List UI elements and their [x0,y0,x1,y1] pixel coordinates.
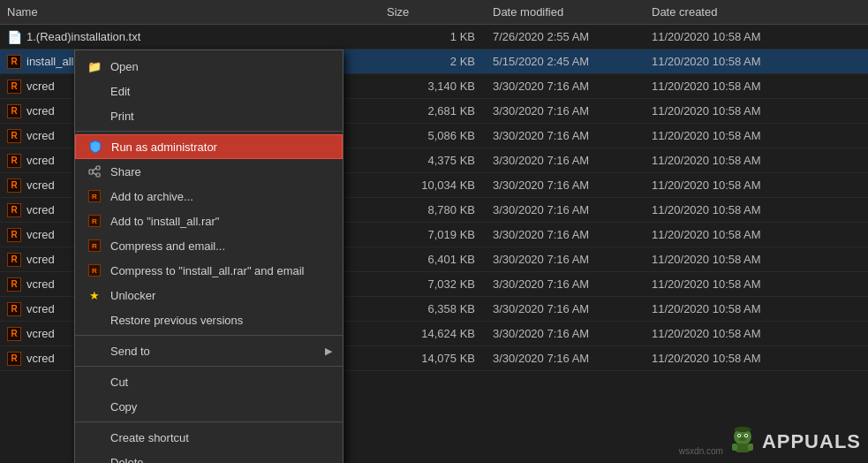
rar-menu-icon: R [88,264,101,277]
file-modified: 3/30/2020 7:16 AM [493,253,652,266]
file-size: 6,358 KB [387,302,493,315]
menu-item-unlocker[interactable]: ★ Unlocker [75,283,343,307]
menu-icon [86,311,103,329]
menu-icon [86,107,103,125]
menu-icon: R [86,237,103,254]
col-header-created[interactable]: Date created [652,5,828,19]
menu-icon [86,373,103,391]
col-header-name[interactable]: Name [7,5,387,19]
rar-icon: R [7,104,21,118]
file-modified: 3/30/2020 7:16 AM [493,352,652,365]
rar-icon: R [7,352,21,366]
menu-label: Delete [110,456,332,464]
table-header: Name Size Date modified Date created [0,0,868,25]
menu-item-add-to-install[interactable]: R Add to "install_all.rar" [75,209,343,233]
menu-item-compress-email[interactable]: R Compress and email... [75,233,343,258]
menu-item-print[interactable]: Print [75,103,343,128]
menu-icon: ★ [86,286,103,304]
table-row[interactable]: 📄 1.(Read)installation.txt 1 KB 7/26/202… [0,25,868,49]
menu-item-edit[interactable]: Edit [75,79,343,103]
menu-item-delete[interactable]: Delete [75,450,343,463]
file-modified: 3/30/2020 7:16 AM [493,154,652,167]
file-name: 📄 1.(Read)installation.txt [7,30,387,44]
svg-point-10 [739,437,746,441]
svg-rect-0 [89,170,93,174]
menu-item-restore[interactable]: Restore previous versions [75,307,343,332]
svg-rect-1 [96,166,100,170]
menu-item-copy[interactable]: Copy [75,394,343,419]
svg-rect-13 [748,444,753,451]
menu-item-share[interactable]: Share [75,159,343,184]
menu-separator [75,366,343,367]
file-created: 11/20/2020 10:58 AM [652,228,828,241]
menu-item-create-shortcut[interactable]: Create shortcut [75,425,343,450]
file-size: 1 KB [387,30,493,43]
menu-icon [86,453,103,463]
file-created: 11/20/2020 10:58 AM [652,154,828,167]
submenu-arrow: ▶ [325,345,332,357]
rar-icon: R [7,129,21,143]
file-created: 11/20/2020 10:58 AM [652,129,828,142]
file-size: 7,032 KB [387,277,493,291]
menu-item-open[interactable]: 📁 Open [75,54,343,79]
menu-label: Copy [110,400,332,414]
svg-rect-15 [737,427,748,430]
file-modified: 3/30/2020 7:16 AM [493,80,652,93]
svg-rect-2 [96,173,100,177]
share-icon [88,165,101,178]
context-menu: 📁 Open Edit Print Run as administrator S… [74,49,343,463]
file-size: 14,624 KB [387,327,493,340]
menu-icon: 📁 [86,57,103,75]
menu-icon [86,398,103,415]
rar-icon: R [7,253,21,267]
file-modified: 3/30/2020 7:16 AM [493,228,652,241]
menu-label: Print [110,110,332,123]
folder-icon: 📁 [87,60,102,73]
menu-separator [75,421,343,422]
watermark-subtext: wsxdn.com [679,446,723,456]
file-size: 2,681 KB [387,104,493,118]
file-modified: 3/30/2020 7:16 AM [493,129,652,142]
svg-point-9 [745,435,747,436]
file-created: 11/20/2020 10:58 AM [652,178,828,192]
txt-icon: 📄 [7,30,21,44]
menu-separator [75,335,343,336]
menu-label: Send to [110,345,318,358]
menu-label: Run as administrator [111,140,331,154]
svg-line-4 [93,172,96,175]
file-size: 6,401 KB [387,253,493,266]
menu-item-add-to-archive[interactable]: R Add to archive... [75,184,343,209]
menu-icon [86,82,103,100]
menu-icon: R [86,187,103,205]
menu-item-run-as-admin[interactable]: Run as administrator [75,134,343,159]
menu-label: Cut [110,376,332,389]
menu-icon [86,429,103,446]
menu-label: Restore previous versions [110,314,332,327]
menu-item-cut[interactable]: Cut [75,369,343,394]
file-size: 7,019 KB [387,228,493,241]
svg-line-3 [93,168,96,171]
menu-label: Open [110,60,332,73]
col-header-size[interactable]: Size [387,5,493,19]
file-created: 11/20/2020 10:58 AM [652,352,828,365]
rar-menu-icon: R [88,190,101,202]
menu-icon [86,342,103,360]
file-modified: 3/30/2020 7:16 AM [493,178,652,192]
file-size: 2 KB [387,55,493,68]
menu-item-compress-to-email[interactable]: R Compress to "install_all.rar" and emai… [75,258,343,283]
menu-label: Share [110,165,332,178]
rar-icon: R [7,327,21,341]
menu-icon: R [86,262,103,279]
file-modified: 3/30/2020 7:16 AM [493,302,652,315]
menu-label: Add to archive... [110,190,332,203]
file-created: 11/20/2020 10:58 AM [652,327,828,340]
file-created: 11/20/2020 10:58 AM [652,55,828,68]
logo-text: APPUALS [762,430,861,453]
logo-character-icon [727,426,759,458]
menu-label: Unlocker [110,289,332,302]
file-created: 11/20/2020 10:58 AM [652,80,828,93]
watermark: wsxdn.com APPUALS [679,426,861,458]
file-modified: 3/30/2020 7:16 AM [493,203,652,216]
menu-item-send-to[interactable]: Send to ▶ [75,338,343,363]
col-header-modified[interactable]: Date modified [493,5,652,19]
